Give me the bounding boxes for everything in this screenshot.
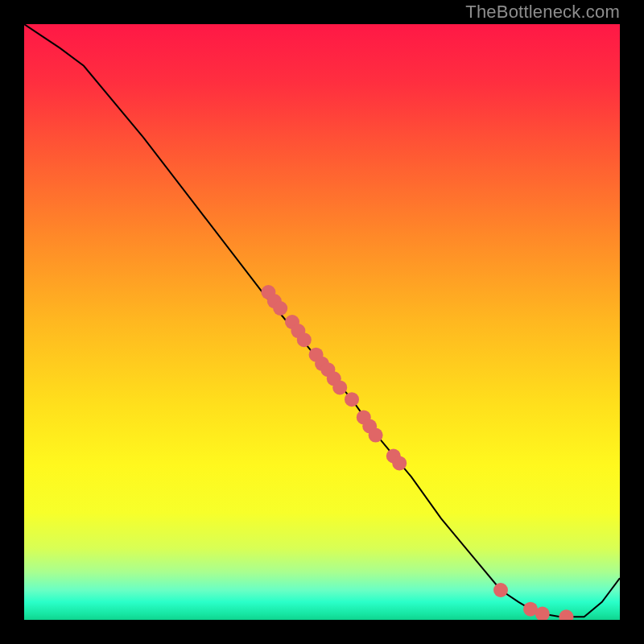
data-marker	[297, 332, 312, 347]
data-marker	[273, 301, 287, 316]
marker-group	[261, 285, 573, 620]
data-marker	[332, 380, 347, 394]
data-marker	[392, 456, 407, 470]
data-marker	[493, 583, 508, 597]
chart-stage: TheBottleneck.com	[0, 0, 644, 644]
chart-svg	[24, 24, 620, 620]
data-marker	[369, 428, 383, 443]
plot-area	[24, 24, 620, 620]
data-marker	[345, 392, 359, 407]
data-marker	[559, 609, 573, 620]
curve-line	[24, 24, 620, 617]
watermark-text: TheBottleneck.com	[465, 2, 620, 23]
